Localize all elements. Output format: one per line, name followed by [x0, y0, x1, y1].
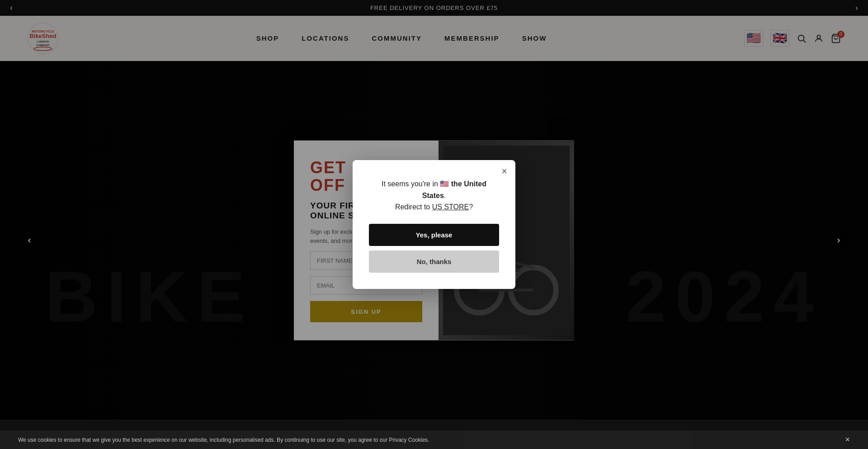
cookie-close-button[interactable]: ×	[845, 435, 850, 444]
modal-message: It seems you're in 🇺🇸 the United States.…	[369, 178, 499, 213]
us-store-link[interactable]: US STORE	[432, 203, 469, 211]
cookie-text: We use cookies to ensure that we give yo…	[18, 437, 429, 443]
geolocation-modal: × It seems you're in 🇺🇸 the United State…	[353, 160, 515, 289]
modal-close-button[interactable]: ×	[501, 166, 507, 176]
modal-overlay: × It seems you're in 🇺🇸 the United State…	[0, 0, 868, 449]
modal-yes-button[interactable]: Yes, please	[369, 224, 499, 246]
cookie-bar: We use cookies to ensure that we give yo…	[0, 430, 868, 449]
modal-no-button[interactable]: No, thanks	[369, 250, 499, 273]
